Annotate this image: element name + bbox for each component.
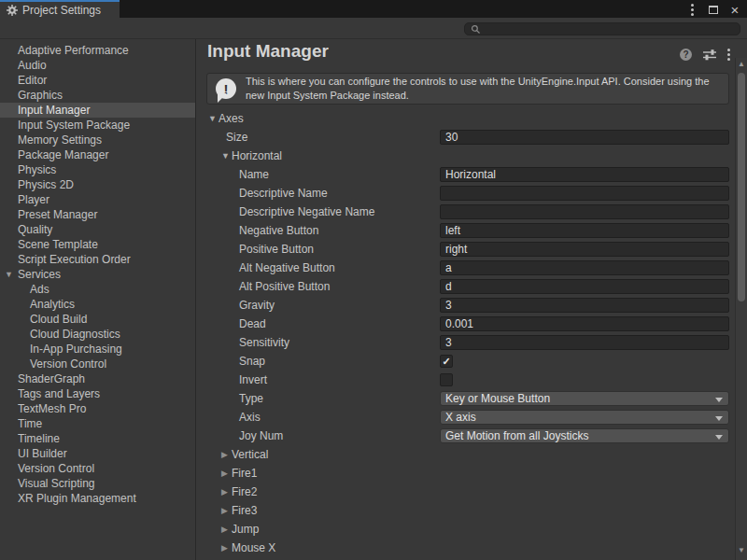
field-descriptive-negative-name[interactable] [440,204,729,219]
gear-icon [7,5,18,16]
sidebar-item-label: Graphics [18,89,63,102]
sidebar-item-label: Time [18,417,42,430]
sidebar-item-label: Input Manager [18,104,90,117]
foldout-open-icon[interactable]: ▼ [221,151,232,161]
sidebar-item-player[interactable]: Player [0,192,195,207]
dropdown-joy-num[interactable]: Get Motion from all Joysticks [440,428,729,443]
field-sensitivity[interactable] [440,335,729,350]
field-alt-negative-button[interactable] [440,260,729,275]
setting-row-invert: Invert [196,371,734,389]
scrollbar-thumb[interactable] [738,73,745,301]
sidebar-item-analytics[interactable]: Analytics [0,297,195,312]
field-positive-button[interactable] [440,242,729,257]
field-negative-button[interactable] [440,223,729,238]
scroll-down-icon[interactable]: ▼ [736,547,747,554]
foldout-closed-icon[interactable]: ▶ [221,450,232,459]
settings-sidebar: Adaptive PerformanceAudioEditorGraphicsI… [0,39,196,560]
search-box[interactable] [464,22,740,35]
sidebar-item-input-manager[interactable]: Input Manager [0,103,195,118]
setting-row-mouse-x[interactable]: ▶Mouse X [196,539,734,557]
foldout-open-icon[interactable]: ▼ [208,114,218,123]
sidebar-item-time[interactable]: Time [0,416,195,431]
field-gravity[interactable] [440,298,729,313]
sidebar-item-audio[interactable]: Audio [0,58,195,73]
sidebar-item-memory-settings[interactable]: Memory Settings [0,133,195,147]
dropdown-type[interactable]: Key or Mouse Button [440,391,729,406]
close-button[interactable]: × [728,3,741,16]
sidebar-item-in-app-purchasing[interactable]: In-App Purchasing [0,342,195,357]
setting-row-sensitivity: Sensitivity [196,333,734,352]
foldout-closed-icon[interactable]: ▶ [221,506,232,515]
sidebar-item-package-manager[interactable]: Package Manager [0,147,195,162]
sidebar-item-cloud-build[interactable]: Cloud Build [0,312,195,327]
sidebar-item-ads[interactable]: Ads [0,282,195,297]
setting-label: Fire2 [232,485,257,498]
window-menu-button[interactable] [685,3,698,16]
setting-row-fire1[interactable]: ▶Fire1 [196,464,734,483]
setting-label: Axis [239,411,261,424]
sidebar-item-version-control[interactable]: Version Control [0,357,195,371]
sidebar-item-label: Player [18,193,49,206]
sidebar-item-adaptive-performance[interactable]: Adaptive Performance [0,43,195,58]
search-input[interactable] [485,23,727,35]
sidebar-item-quality[interactable]: Quality [0,222,195,237]
setting-row-jump[interactable]: ▶Jump [196,520,734,539]
scroll-up-icon[interactable]: ▲ [736,61,747,68]
setting-row-horizontal[interactable]: ▼Horizontal [196,147,734,165]
sidebar-item-preset-manager[interactable]: Preset Manager [0,207,195,222]
foldout-closed-icon[interactable]: ▶ [221,487,232,497]
foldout-closed-icon[interactable]: ▶ [221,543,232,553]
sidebar-item-label: Memory Settings [18,133,102,147]
setting-row-fire3[interactable]: ▶Fire3 [196,501,734,520]
sidebar-item-shadergraph[interactable]: ShaderGraph [0,371,195,386]
foldout-closed-icon[interactable]: ▶ [221,469,232,478]
field-dead[interactable] [440,316,729,331]
setting-row-descriptive-negative-name: Descriptive Negative Name [196,203,734,221]
maximize-button[interactable] [707,3,720,16]
setting-row-fire2[interactable]: ▶Fire2 [196,483,734,501]
setting-row-dead: Dead [196,315,734,333]
sidebar-item-label: Input System Package [18,119,130,132]
sidebar-item-version-control[interactable]: Version Control [0,461,195,476]
exclamation-bubble-icon: ! [216,78,236,99]
sidebar-item-label: Tags and Layers [18,387,100,400]
help-button[interactable]: ? [680,49,692,61]
sidebar-item-script-execution-order[interactable]: Script Execution Order [0,252,195,267]
setting-row-alt-positive-button: Alt Positive Button [196,277,734,296]
sidebar-item-physics-2d[interactable]: Physics 2D [0,177,195,192]
sidebar-item-timeline[interactable]: Timeline [0,431,195,446]
dropdown-axis[interactable]: X axis [440,410,729,425]
field-alt-positive-button[interactable] [440,279,729,294]
field-descriptive-name[interactable] [440,186,729,201]
more-options-button[interactable] [727,48,730,62]
field-size[interactable] [440,130,729,145]
setting-label: Horizontal [232,149,282,162]
sidebar-item-textmesh-pro[interactable]: TextMesh Pro [0,401,195,416]
setting-row-alt-negative-button: Alt Negative Button [196,259,734,277]
sidebar-item-graphics[interactable]: Graphics [0,88,195,103]
tab-project-settings[interactable]: Project Settings [0,0,120,18]
sidebar-item-services[interactable]: ▼Services [0,267,195,282]
sidebar-item-cloud-diagnostics[interactable]: Cloud Diagnostics [0,327,195,342]
field-name[interactable] [440,167,729,182]
sidebar-item-visual-scripting[interactable]: Visual Scripting [0,476,195,491]
sidebar-item-scene-template[interactable]: Scene Template [0,237,195,252]
setting-row-vertical[interactable]: ▶Vertical [196,445,734,464]
content-scrollbar[interactable]: ▲ ▼ [735,58,747,560]
sidebar-item-editor[interactable]: Editor [0,73,195,88]
presets-button[interactable] [703,49,716,61]
setting-label: Size [226,131,247,144]
checkbox-snap[interactable]: ✓ [440,355,453,368]
sidebar-item-ui-builder[interactable]: UI Builder [0,446,195,461]
foldout-open-icon[interactable]: ▼ [5,267,13,282]
sidebar-item-label: Scene Template [18,238,98,251]
sidebar-item-label: Analytics [30,298,75,311]
setting-row-axes[interactable]: ▼Axes [196,109,734,128]
sidebar-item-physics[interactable]: Physics [0,162,195,177]
sidebar-item-tags-and-layers[interactable]: Tags and Layers [0,386,195,401]
sidebar-item-xr-plugin-management[interactable]: XR Plugin Management [0,491,195,506]
sidebar-item-input-system-package[interactable]: Input System Package [0,118,195,133]
checkbox-invert[interactable] [440,373,453,386]
chevron-down-icon [715,435,723,440]
foldout-closed-icon[interactable]: ▶ [221,525,232,534]
